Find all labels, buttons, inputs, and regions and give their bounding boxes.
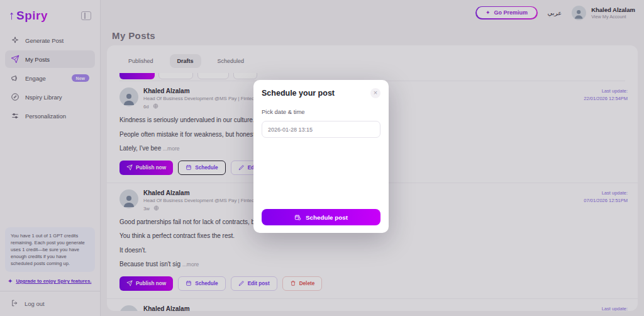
datetime-label: Pick date & time [262, 108, 380, 115]
datetime-input[interactable] [262, 121, 380, 138]
schedule-modal: Schedule your post × Pick date & time Sc… [253, 80, 389, 233]
close-icon[interactable]: × [370, 88, 380, 98]
schedule-post-button[interactable]: Schedule post [262, 209, 380, 225]
modal-title: Schedule your post [262, 89, 335, 98]
